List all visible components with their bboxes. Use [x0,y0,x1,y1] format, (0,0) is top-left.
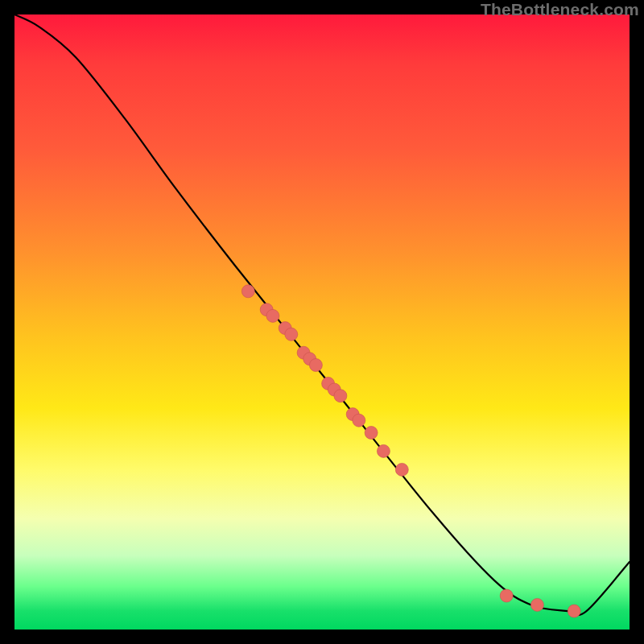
chart-frame: TheBottleneck.com [0,0,644,644]
attribution-watermark: TheBottleneck.com [481,0,639,19]
data-point [309,359,322,372]
data-point [266,309,279,322]
data-point [500,589,513,602]
bottleneck-curve [14,14,630,615]
data-point [568,605,580,617]
data-point [377,444,390,457]
scatter-cluster [242,285,580,617]
data-point [334,390,347,402]
data-point [395,463,408,476]
plot-area [14,14,630,630]
data-point [285,328,298,341]
data-point [353,414,365,427]
data-point [242,285,254,298]
data-point [530,598,543,611]
chart-overlay-svg [14,14,630,630]
data-point [365,427,378,440]
